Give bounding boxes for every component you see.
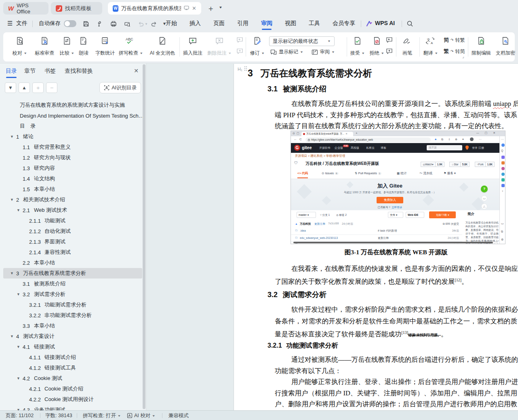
toc-zoom-in-button[interactable]: ＋ [32, 82, 44, 93]
next-revision-button[interactable] [385, 48, 394, 55]
close-tab-icon[interactable]: ✕ [192, 5, 196, 11]
ink-button[interactable]: 画笔 [398, 35, 417, 59]
menu-insert[interactable]: 插入 [190, 20, 201, 27]
toc-item[interactable]: ▼ 4.1 链接测试 [3, 342, 142, 352]
toc-item[interactable]: ▼ 4 测试方案设计 [3, 331, 142, 342]
toc-item[interactable]: ▼ 3.2 测试需求分析 [3, 289, 142, 300]
toc-zoom-out-button[interactable]: − [46, 82, 57, 93]
toc-expand-icon[interactable]: ▼ [10, 334, 16, 338]
markup-state-select[interactable]: 显示标记的最终状态▼ [269, 36, 335, 46]
toc-item[interactable]: ▼ Design And Implementation Of System Te… [3, 110, 142, 121]
sidebar-tab-bookmark[interactable]: 书签 [44, 68, 56, 75]
menu-page[interactable]: 页面 [213, 20, 225, 27]
toc-item[interactable]: ▼ 3 万岳在线教育系统需求分析 [3, 268, 142, 279]
tab-docer[interactable]: 找稻壳模板 [51, 2, 102, 15]
menu-member[interactable]: 会员专享 [333, 20, 355, 27]
toc-expand-icon[interactable]: ▼ [10, 135, 16, 139]
toc-item[interactable]: ▼ 1 绪论 [3, 131, 142, 142]
toc-expand-icon[interactable]: ▼ [17, 345, 23, 349]
menu-reference[interactable]: 引用 [237, 20, 248, 27]
toc-item[interactable]: ▼ 2.1.2 自动化测试 [3, 226, 142, 236]
menu-tools[interactable]: 工具 [309, 20, 320, 27]
menu-home[interactable]: 开始 [166, 20, 177, 27]
status-page-indicator[interactable]: 页面: 11/102 [6, 412, 34, 419]
toc-item[interactable]: ▼ 4.2.2 Cookie 测试用例设计 [3, 394, 142, 405]
track-changes-button[interactable]: 修订 ▼ [248, 35, 267, 59]
reject-revision-button[interactable]: 拒绝 ▼ [368, 35, 386, 59]
toc-item[interactable]: ▼ 3.1 被测系统介绍 [3, 279, 142, 289]
toc-expand-icon[interactable]: ▼ [17, 292, 23, 296]
read-aloud-button[interactable]: 朗读 [74, 35, 93, 59]
search-icon[interactable] [406, 20, 413, 27]
hamburger-icon[interactable]: ☰ [7, 20, 13, 27]
ai-recognize-toc-button[interactable]: AI识别目录 [99, 82, 141, 93]
screen-share-icon[interactable] [184, 6, 189, 11]
toc-item[interactable]: ▼ 2.2 本章小结 [3, 257, 142, 268]
toc-expand-icon[interactable]: ▼ [10, 271, 16, 275]
toc-item[interactable]: ▼ 4.2.1 Cookie 测试介绍 [3, 384, 142, 394]
toc-item[interactable]: ▼ 2.1.1 功能测试 [3, 215, 142, 226]
ai-polish-button[interactable]: AI 全文润色 [145, 35, 179, 59]
toc-item[interactable]: ▼ 3.2.2 非功能测试需求分析 [3, 310, 142, 321]
toc-item[interactable]: ▼ 1.3 研究内容 [3, 163, 142, 173]
toc-item[interactable]: ▼ 2.1.3 界面测试 [3, 236, 142, 247]
toc-expand-icon[interactable]: ▼ [17, 376, 23, 380]
group-expand-icon[interactable]: ⌟ [462, 54, 464, 59]
status-spellcheck[interactable]: 拼写检查: 打开 ▼ [83, 412, 121, 419]
menu-review[interactable]: 审阅 [261, 20, 272, 27]
spell-check-button[interactable]: ABC 拼写检查 ▼ [117, 35, 145, 59]
toc-item[interactable]: ▼ 4.1.1 链接测试介绍 [3, 352, 142, 363]
toc-expand-icon[interactable]: ▼ [17, 208, 23, 212]
toc-item[interactable]: ▼ 4.1.2 链接测试工具 [3, 363, 142, 373]
proofread-button[interactable]: 校对 ▼ [8, 35, 32, 59]
prev-revision-button[interactable] [385, 36, 394, 44]
save-icon[interactable] [82, 20, 90, 27]
encrypt-button[interactable]: 文档加密 [494, 35, 517, 59]
toc-item[interactable]: ▼ 2.1 Web 测试技术 [3, 205, 142, 215]
compare-button[interactable]: 比较 ▼ [57, 35, 77, 59]
document-page[interactable]: H₁ 3万岳在线教育系统需求分析 3.1被测系统介绍 在线教育系统是万岳科技公司… [234, 64, 518, 411]
review-panel-button[interactable]: 审阅 ▼ [311, 49, 335, 55]
menu-file[interactable]: 文件 [16, 20, 27, 27]
autosave-toggle[interactable] [64, 20, 76, 27]
tab-list-chevron-icon[interactable]: ▼ [219, 6, 223, 9]
status-ai-proof[interactable]: AI 校对 ▼ [134, 412, 156, 419]
toc-collapse-up-button[interactable]: ▲ [19, 82, 30, 93]
to-traditional-button[interactable]: 简↷ 转繁 [444, 36, 465, 44]
toc-item[interactable]: ▼ 万岳在线教育系统的系统测试方案设计与实施 [3, 100, 142, 110]
insert-comment-button[interactable]: 插入批注 [181, 35, 204, 59]
toc-item[interactable]: ▼ 4.2 Cookie 测试 [3, 373, 142, 384]
drag-handle-icon[interactable] [244, 65, 247, 73]
toc-item[interactable]: ▼ 1.4 论文结构 [3, 173, 142, 184]
sidebar-close-icon[interactable]: ✕ [134, 68, 139, 74]
toc-item[interactable]: ▼ 1.5 本章小结 [3, 184, 142, 194]
sidebar-scrollbar[interactable] [143, 64, 145, 409]
tab-wps-office[interactable]: W WPS Office [3, 2, 48, 15]
restrict-edit-button[interactable]: 限制编辑 [470, 35, 493, 59]
show-markup-button[interactable]: 显示标记 ▼ [270, 49, 303, 55]
word-count-button[interactable]: 12 字数统计 [94, 35, 116, 59]
menu-view[interactable]: 视图 [285, 20, 296, 27]
export-pdf-icon[interactable] [96, 20, 103, 27]
sidebar-tab-find-replace[interactable]: 查找和替换 [65, 68, 93, 75]
sidebar-tab-chapter[interactable]: 章节 [24, 68, 36, 75]
standard-check-button[interactable]: 标准审查 [32, 35, 57, 59]
toc-expand-down-button[interactable]: ▼ [5, 82, 16, 93]
toc-item[interactable]: ▼ 2 相关测试技术介绍 [3, 194, 142, 205]
tab-document[interactable]: W 万岳在线教育系统的系统测试 ✕ [108, 2, 201, 15]
print-preview-icon[interactable] [124, 20, 131, 27]
toc-item[interactable]: ▼ 2.1.4 兼容性测试 [3, 247, 142, 257]
status-word-count[interactable]: 字数: 38143 [45, 412, 72, 419]
toc-expand-icon[interactable]: ▼ [10, 198, 16, 202]
redo-icon[interactable] [150, 20, 158, 27]
toc-item[interactable]: ▼ 3.3 本章小结 [3, 321, 142, 331]
status-compat-mode[interactable]: 兼容模式 [168, 412, 189, 419]
toc-item[interactable]: ▼ 1.2 研究方向与现状 [3, 152, 142, 163]
sidebar-tab-toc[interactable]: 目录 [6, 68, 17, 75]
menu-wps-ai[interactable]: WPS AI [375, 20, 395, 26]
accept-revision-button[interactable]: 接受 ▼ [348, 35, 367, 59]
to-simplified-button[interactable]: 繁↷ 转简 [444, 48, 465, 55]
toc-item[interactable]: ▼ 4.3 业务功能测试 [3, 405, 142, 411]
toc-item[interactable]: ▼ 目 录 [3, 121, 142, 131]
toc-item[interactable]: ▼ 1.1 研究背景和意义 [3, 142, 142, 152]
